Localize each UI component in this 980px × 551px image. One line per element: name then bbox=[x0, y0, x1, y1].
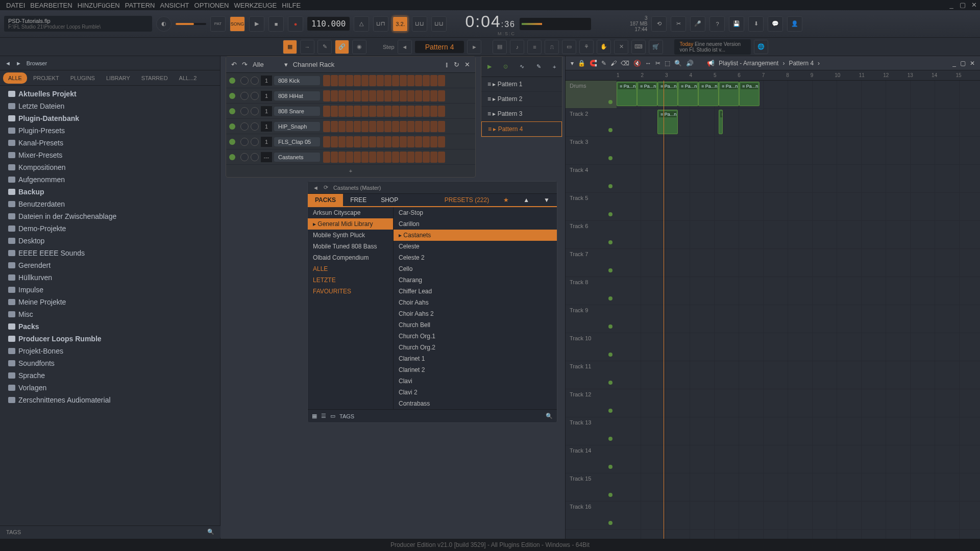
step-button[interactable] bbox=[354, 136, 361, 147]
step-button[interactable] bbox=[438, 106, 445, 117]
channel-name[interactable]: 808 Snare bbox=[274, 107, 320, 116]
track-header[interactable]: Track 14 bbox=[566, 445, 617, 473]
master-meter[interactable] bbox=[520, 18, 591, 30]
menu-file[interactable]: DATEI bbox=[4, 2, 27, 9]
track-mute-dot[interactable] bbox=[608, 353, 612, 357]
channel-name[interactable]: FLS_Clap 05 bbox=[274, 137, 320, 146]
pl-slice-icon[interactable]: ✂ bbox=[655, 60, 660, 67]
channel-led[interactable] bbox=[229, 123, 235, 130]
browser-item[interactable]: Impulse bbox=[0, 284, 220, 296]
preset-item[interactable]: Celeste 2 bbox=[394, 252, 557, 263]
track-header[interactable]: Track 6 bbox=[566, 221, 617, 249]
file-info[interactable]: PSD-Tutorials.flp F:\FL Studio 21\Produc… bbox=[4, 16, 152, 32]
add-channel-button[interactable]: + bbox=[226, 165, 475, 177]
countdown-button[interactable]: 3.2. bbox=[393, 16, 408, 32]
cr-graph-icon[interactable]: ⫿ bbox=[445, 61, 449, 68]
link-button[interactable]: 🔗 bbox=[335, 40, 349, 54]
menu-options[interactable]: OPTIONEN bbox=[192, 2, 231, 9]
track-mute-dot[interactable] bbox=[608, 296, 612, 300]
step-button[interactable] bbox=[400, 152, 407, 163]
filter-item[interactable]: FAVOURITES bbox=[308, 286, 393, 297]
playlist-grid[interactable]: ≡ Pa...n 2≡ Pa...n 2≡ Pa...n 1≡ Pa...n 3… bbox=[617, 81, 980, 551]
preset-item[interactable]: Choir Aahs bbox=[394, 297, 557, 308]
preset-item[interactable]: Church Org.2 bbox=[394, 342, 557, 353]
step-button[interactable] bbox=[346, 121, 353, 132]
step-button[interactable] bbox=[438, 121, 445, 132]
channel-number[interactable]: --- bbox=[261, 152, 272, 162]
step-button[interactable] bbox=[331, 75, 338, 86]
browser-item[interactable]: Gerendert bbox=[0, 259, 220, 271]
step-button[interactable] bbox=[392, 136, 399, 147]
step-button[interactable] bbox=[377, 75, 384, 86]
pl-mute-icon[interactable]: 🔇 bbox=[633, 60, 641, 67]
step-button[interactable] bbox=[423, 136, 430, 147]
step-button[interactable] bbox=[407, 136, 414, 147]
close-icon[interactable]: ✕ bbox=[970, 1, 977, 8]
metronome-button[interactable]: △ bbox=[354, 16, 369, 32]
preset-item[interactable]: Celeste bbox=[394, 241, 557, 252]
step-button[interactable] bbox=[377, 90, 384, 102]
browser-item[interactable]: Packs bbox=[0, 320, 220, 333]
pl-pencil-icon[interactable]: ✎ bbox=[601, 60, 606, 67]
step-button[interactable] bbox=[430, 75, 437, 86]
step-button[interactable] bbox=[400, 121, 407, 132]
pb-refresh-icon[interactable]: ⟳ bbox=[324, 184, 328, 191]
stop-button[interactable]: ■ bbox=[268, 16, 284, 32]
browser-item[interactable]: Plugin-Datenbank bbox=[0, 112, 220, 124]
step-button[interactable] bbox=[323, 106, 330, 117]
pattern-item[interactable]: ≡ ▸ Pattern 3 bbox=[481, 107, 562, 121]
minimize-icon[interactable]: _ bbox=[948, 1, 955, 8]
cr-back-icon[interactable]: ↶ bbox=[231, 61, 237, 68]
step-button[interactable] bbox=[338, 90, 346, 102]
cr-loop-icon[interactable]: ↻ bbox=[454, 61, 459, 68]
channel-led[interactable] bbox=[229, 154, 235, 160]
playlist-clip[interactable]: ≡ Pa...n 2 bbox=[617, 82, 637, 106]
playlist-clip[interactable]: ≡ Pa...n 3 bbox=[719, 82, 739, 106]
step-button[interactable] bbox=[415, 136, 422, 147]
channel-number[interactable]: 1 bbox=[261, 106, 272, 116]
pb-search-icon[interactable]: 🔍 bbox=[546, 413, 553, 419]
pl-max-icon[interactable]: ▢ bbox=[960, 60, 966, 67]
step-button[interactable] bbox=[430, 121, 437, 132]
step-button[interactable] bbox=[369, 152, 376, 163]
browser-item[interactable]: EEEE EEEE Sounds bbox=[0, 247, 220, 259]
step-button[interactable] bbox=[438, 152, 445, 163]
globe-icon[interactable]: 🌐 bbox=[754, 40, 768, 54]
step-button[interactable] bbox=[415, 152, 422, 163]
pl-preview-icon[interactable]: 🔊 bbox=[686, 60, 694, 67]
step-button[interactable] bbox=[415, 121, 422, 132]
pl-brush-icon[interactable]: 🖌 bbox=[610, 60, 617, 67]
browser-item[interactable]: Backup bbox=[0, 186, 220, 198]
pl-magnet-icon[interactable]: 🧲 bbox=[590, 60, 597, 67]
menu-view[interactable]: ANSICHT bbox=[158, 2, 191, 9]
view-browser-toggle[interactable]: ▭ bbox=[562, 40, 576, 54]
pattern-mode-button[interactable]: PAT bbox=[210, 16, 226, 32]
channel-number[interactable]: 1 bbox=[261, 76, 272, 86]
browser-item[interactable]: Meine Projekte bbox=[0, 296, 220, 308]
channel-number[interactable]: 1 bbox=[261, 121, 272, 132]
menu-pattern[interactable]: PATTERN bbox=[123, 2, 157, 9]
pb-grid-icon[interactable]: ▦ bbox=[312, 413, 317, 419]
browser-item[interactable]: Kompositionen bbox=[0, 161, 220, 173]
step-button[interactable] bbox=[438, 90, 445, 102]
pl-close-icon[interactable]: ✕ bbox=[970, 60, 975, 67]
pattern-selector[interactable]: Pattern 4 bbox=[415, 41, 464, 53]
playhead[interactable] bbox=[664, 81, 664, 551]
step-button[interactable] bbox=[377, 106, 384, 117]
help-button[interactable]: ? bbox=[709, 16, 725, 32]
pb-tab-shop[interactable]: SHOP bbox=[374, 194, 405, 206]
maximize-icon[interactable]: ▢ bbox=[959, 1, 966, 8]
pb-list-icon[interactable]: ☰ bbox=[321, 413, 326, 419]
step-button[interactable] bbox=[331, 121, 338, 132]
step-next-button[interactable]: ► bbox=[467, 40, 481, 54]
step-button[interactable] bbox=[361, 121, 369, 132]
account-button[interactable]: 👤 bbox=[787, 16, 802, 32]
track-mute-dot[interactable] bbox=[608, 268, 612, 272]
browser-item[interactable]: Plugin-Presets bbox=[0, 124, 220, 137]
step-button[interactable] bbox=[354, 106, 361, 117]
pack-item[interactable]: Mobile Synth Pluck bbox=[308, 230, 393, 241]
menu-add[interactable]: HINZUFüGEN bbox=[76, 2, 122, 9]
pattern-item[interactable]: ≡ ▸ Pattern 4 bbox=[481, 121, 562, 137]
browser-item[interactable]: Dateien in der Zwischenablage bbox=[0, 210, 220, 222]
pl-slip-icon[interactable]: ↔ bbox=[645, 60, 651, 67]
